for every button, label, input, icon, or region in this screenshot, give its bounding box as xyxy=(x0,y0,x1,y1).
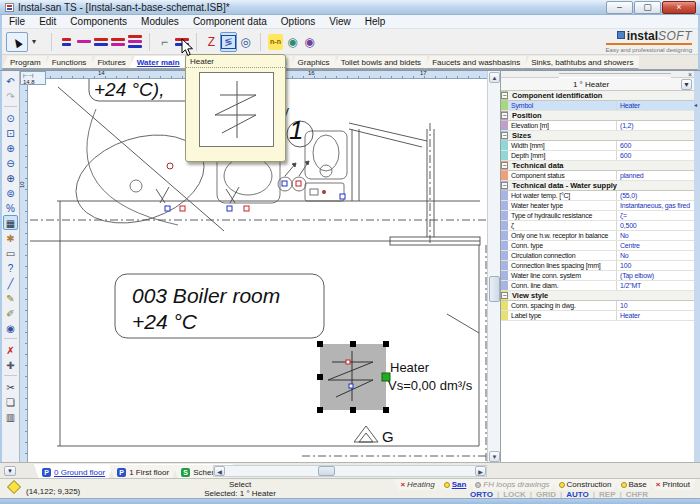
property-row[interactable]: Water line conn. system(Tap elbow) xyxy=(501,271,694,281)
boiler-room-temp[interactable]: +24 °C xyxy=(132,310,198,333)
copy-icon[interactable]: ❏ xyxy=(3,394,18,409)
sheet-tab-fh-loops-drawings[interactable]: FH loops drawings xyxy=(469,479,555,490)
labels-icon[interactable]: n-n xyxy=(267,32,284,52)
property-value[interactable]: 600 xyxy=(616,151,694,160)
property-value[interactable]: 0,500 xyxy=(616,221,694,230)
delete-icon[interactable]: ✗ xyxy=(3,342,18,357)
tab-sinks-bathtubs-and-showers[interactable]: Sinks, bathtubs and showers xyxy=(523,56,639,69)
collapse-icon[interactable]: − xyxy=(501,292,508,299)
section-technical-data[interactable]: −Technical data xyxy=(501,161,694,171)
draw-line-icon[interactable]: ╱ xyxy=(3,275,18,290)
split-pipe-icon[interactable]: ✚ xyxy=(3,357,18,372)
tab-functions[interactable]: Functions xyxy=(44,56,93,69)
collapse-icon[interactable]: − xyxy=(501,182,508,189)
zoom-in-icon[interactable]: ⊕ xyxy=(3,140,18,155)
collapse-icon[interactable]: − xyxy=(501,162,508,169)
section-component-identification[interactable]: −Component identification xyxy=(501,91,694,101)
sheet-tab-san[interactable]: San xyxy=(438,479,473,490)
scroll-left-arrow[interactable]: ◀ xyxy=(214,466,225,476)
collapse-panel-icon[interactable]: ◂ xyxy=(694,101,697,108)
tab-graphics[interactable]: Graphics xyxy=(290,56,336,69)
heater-flow-label[interactable]: Vs=0,00 dm³/s xyxy=(388,378,473,393)
menu-item-component-data[interactable]: Component data xyxy=(186,16,274,27)
properties-dropdown[interactable]: ▼ xyxy=(681,79,692,90)
menu-item-modules[interactable]: Modules xyxy=(134,16,186,27)
riser-icon[interactable]: Z xyxy=(203,32,220,52)
canvas-hscrollbar[interactable]: ◀ ▶ xyxy=(213,465,487,477)
panel-grip[interactable]: × xyxy=(501,71,694,78)
property-value[interactable]: (Tap elbow) xyxy=(616,271,694,280)
select-query-icon[interactable]: ? xyxy=(3,260,18,275)
property-row[interactable]: Water heater typeInstantaneous, gas fire… xyxy=(501,201,694,211)
title-bar[interactable]: Instal-san TS - [Instal-san-t-base-schem… xyxy=(0,0,700,15)
section-position[interactable]: −Position xyxy=(501,111,694,121)
select-tool-dropdown[interactable]: ▾ xyxy=(28,32,45,52)
property-row[interactable]: Connection lines spacing [mm]100 xyxy=(501,261,694,271)
tab-water-main[interactable]: Water main xyxy=(129,56,186,69)
property-value[interactable]: Instantaneous, gas fired xyxy=(616,201,694,210)
section-technical-data-water-supply[interactable]: −Technical data - Water supply xyxy=(501,181,694,191)
property-row[interactable]: Label typeHeater xyxy=(501,311,694,321)
draw-off-point-icon[interactable]: ⌐ xyxy=(156,32,173,52)
hscroll-thumb[interactable] xyxy=(318,466,335,476)
heater-label[interactable]: Heater xyxy=(390,360,430,375)
menu-item-help[interactable]: Help xyxy=(358,16,393,27)
select-rect-icon[interactable]: ▭ xyxy=(3,245,18,260)
property-row[interactable]: Only one h.w. receptor in balanceNo xyxy=(501,231,694,241)
maximize-button[interactable]: ▢ xyxy=(634,1,661,14)
tab-toilet-bowls-and-bidets[interactable]: Toilet bowls and bidets xyxy=(333,56,428,69)
property-value[interactable]: 10 xyxy=(616,301,694,310)
menu-item-options[interactable]: Options xyxy=(274,16,322,27)
pipe-triple-icon[interactable] xyxy=(126,32,143,52)
zoom-out-icon[interactable]: ⊖ xyxy=(3,155,18,170)
section-view-style[interactable]: −View style xyxy=(501,291,694,301)
collapse-icon[interactable]: − xyxy=(501,132,508,139)
property-value[interactable]: No xyxy=(616,251,694,260)
pipe-short-pair-icon[interactable] xyxy=(58,32,75,52)
format-brush-settings-icon[interactable]: ✐ xyxy=(3,305,18,320)
menu-item-edit[interactable]: Edit xyxy=(32,16,63,27)
property-row[interactable]: Conn. spacing in dwg.10 xyxy=(501,301,694,311)
property-row[interactable]: Width [mm]600 xyxy=(501,141,694,151)
property-row[interactable]: Conn. typeCentre xyxy=(501,241,694,251)
scroll-right-arrow[interactable]: ▶ xyxy=(475,466,486,476)
property-row[interactable]: SymbolHeater xyxy=(501,101,694,111)
property-value[interactable]: (1,2) xyxy=(616,121,694,130)
collapse-icon[interactable]: − xyxy=(501,92,508,99)
collapse-icon[interactable]: − xyxy=(501,112,508,119)
property-row[interactable]: Depth [mm]600 xyxy=(501,151,694,161)
pipe-circulation-icon[interactable] xyxy=(75,32,92,52)
sheet-tab-printout[interactable]: ×Printout xyxy=(650,479,696,490)
format-brush-icon[interactable]: ✎ xyxy=(3,290,18,305)
pipe-hot-circulation-icon[interactable] xyxy=(109,32,126,52)
sheet-tab-construction[interactable]: Construction xyxy=(553,479,618,490)
floor-tab-1-first-floor[interactable]: P1 First floor xyxy=(109,464,177,479)
floor-tab-0-ground-floor[interactable]: P0 Ground floor xyxy=(34,464,113,479)
property-value[interactable]: Heater xyxy=(616,101,694,110)
property-value[interactable]: 600 xyxy=(616,141,694,150)
find-component-icon[interactable]: ◉ xyxy=(284,32,301,52)
property-row[interactable]: Circulation connectionNo xyxy=(501,251,694,261)
boiler-room-name[interactable]: 003 Boiler room xyxy=(132,284,280,307)
close-button[interactable]: × xyxy=(662,1,696,14)
property-value[interactable]: (55,0) xyxy=(616,191,694,200)
property-row[interactable]: Component statusplanned xyxy=(501,171,694,181)
room-temp-label[interactable]: +24 °C), xyxy=(94,79,164,100)
cut-icon[interactable]: ✂ xyxy=(3,379,18,394)
paste-icon[interactable]: ▥ xyxy=(3,409,18,424)
menu-item-components[interactable]: Components xyxy=(63,16,134,27)
select-tool-button[interactable]: ▲ xyxy=(6,32,28,52)
panel-close-icon[interactable]: × xyxy=(688,71,692,78)
minimize-button[interactable]: – xyxy=(606,1,633,14)
property-row[interactable]: Type of hydraulic resistanceζ= xyxy=(501,211,694,221)
property-value[interactable]: ζ= xyxy=(616,211,694,220)
pipe-pair-icon[interactable] xyxy=(92,32,109,52)
zoom-icon[interactable]: ⊙ xyxy=(3,110,18,125)
sheet-tab-heating[interactable]: ×Heating xyxy=(394,479,440,490)
tables-panel-icon[interactable]: ▦ xyxy=(3,215,18,230)
zoom-percent-icon[interactable]: % xyxy=(3,200,18,215)
find-icon[interactable]: ◉ xyxy=(3,320,18,335)
menu-item-file[interactable]: File xyxy=(2,16,32,27)
toolstrip-overflow-button[interactable]: ▼ xyxy=(4,466,16,476)
data-transfer-icon[interactable]: ◉ xyxy=(301,32,318,52)
